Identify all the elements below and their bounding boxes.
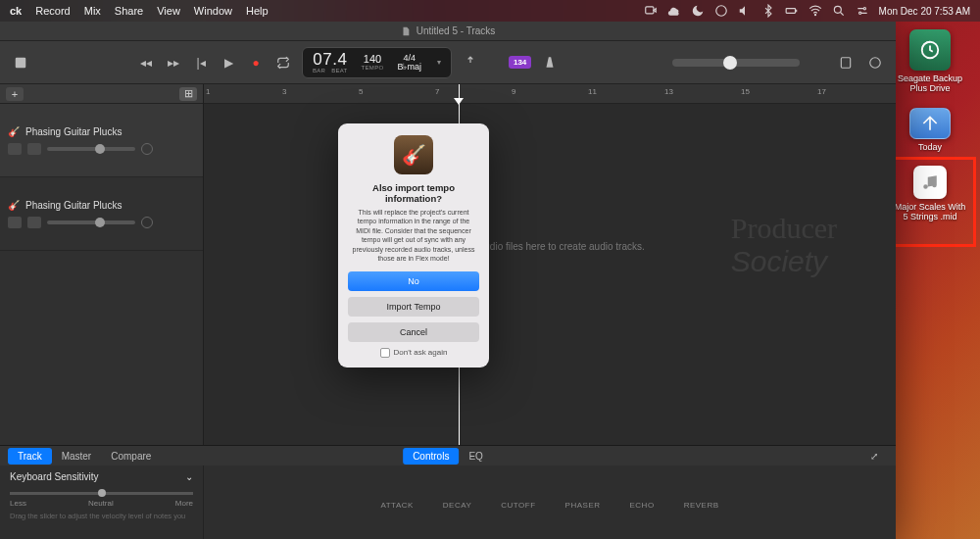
svg-rect-2: [786, 9, 795, 14]
dont-ask-label: Don't ask again: [394, 348, 448, 357]
screen-record-icon[interactable]: [644, 4, 658, 18]
ruler-mark: 3: [282, 87, 286, 96]
menu-window[interactable]: Window: [194, 5, 232, 17]
chevron-down-icon[interactable]: ▾: [437, 58, 441, 67]
checkbox-icon: [380, 348, 390, 358]
svg-point-1: [715, 6, 726, 17]
smart-controls: ATTACK DECAY CUTOFF PHASER ECHO REVERB: [204, 466, 896, 539]
tab-track[interactable]: Track: [8, 448, 52, 465]
automation-button[interactable]: [141, 217, 153, 228]
add-track-button[interactable]: +: [6, 87, 24, 101]
guitar-icon: 🎸: [8, 126, 20, 137]
midi-file-icon[interactable]: Major Scales With 5 Strings .mid: [892, 166, 968, 222]
volume-icon[interactable]: [738, 4, 752, 18]
lcd-display[interactable]: 07.4BAR BEAT 140TEMPO 4/4B♭maj ▾: [302, 47, 452, 78]
track-headers: + ⊞ 🎸Phasing Guitar Plucks 🎸Phasing Guit…: [0, 84, 204, 445]
menu-share[interactable]: Share: [115, 5, 143, 17]
notepad-button[interactable]: [835, 52, 857, 74]
knob-cutoff[interactable]: CUTOFF: [501, 501, 535, 539]
go-to-start-button[interactable]: |◂: [190, 52, 212, 74]
track-volume-slider[interactable]: [47, 220, 135, 224]
tuner-button[interactable]: [460, 52, 481, 74]
solo-button[interactable]: [27, 143, 41, 155]
menu-clock[interactable]: Mon Dec 20 7:53 AM: [879, 6, 970, 17]
tab-master[interactable]: Master: [52, 448, 102, 465]
loop-browser-button[interactable]: [864, 52, 886, 74]
track-header[interactable]: 🎸Phasing Guitar Plucks: [0, 177, 203, 251]
metronome-button[interactable]: [539, 52, 561, 74]
track-view-button[interactable]: ⊞: [179, 87, 197, 101]
menu-mix[interactable]: Mix: [84, 5, 101, 17]
menu-view[interactable]: View: [157, 5, 180, 17]
drive-icon[interactable]: Seagate Backup Plus Drive: [892, 29, 968, 94]
import-tempo-button[interactable]: Import Tempo: [348, 297, 479, 317]
arrange-area[interactable]: 1 3 5 7 9 11 13 15 17 Drag audio files h…: [204, 84, 896, 445]
tab-compare[interactable]: Compare: [101, 448, 161, 465]
timeline-ruler[interactable]: 1 3 5 7 9 11 13 15 17: [204, 84, 896, 104]
inspector-title: Keyboard Sensitivity: [10, 471, 99, 482]
svg-rect-8: [16, 57, 26, 68]
mute-button[interactable]: [8, 143, 22, 155]
bluetooth-icon[interactable]: [761, 4, 775, 18]
label-neutral: Neutral: [88, 499, 114, 508]
display-icon[interactable]: [714, 4, 728, 18]
dialog-title: Also import tempo information?: [348, 182, 479, 204]
window-titlebar[interactable]: Untitled 5 - Tracks: [0, 22, 896, 41]
menu-help[interactable]: Help: [246, 5, 269, 17]
track-name-label: Phasing Guitar Plucks: [25, 200, 122, 211]
drive-label: Seagate Backup Plus Drive: [892, 74, 968, 94]
knob-echo[interactable]: ECHO: [630, 501, 655, 539]
ruler-mark: 11: [588, 87, 597, 96]
menu-record[interactable]: Record: [35, 5, 70, 17]
time-machine-icon: [909, 29, 951, 71]
cloud-icon[interactable]: [667, 4, 681, 18]
automation-button[interactable]: [141, 143, 153, 155]
menu-app-name[interactable]: ck: [10, 5, 22, 17]
ruler-mark: 9: [512, 87, 515, 96]
desktop-icons: Seagate Backup Plus Drive Today Major Sc…: [892, 29, 968, 222]
search-icon[interactable]: [832, 4, 846, 18]
lcd-key: B♭maj: [397, 63, 421, 72]
svg-point-10: [870, 57, 881, 68]
wifi-icon[interactable]: [808, 4, 822, 18]
bottom-panel: Track Master Compare Controls EQ ⤢ Keybo…: [0, 445, 896, 539]
solo-button[interactable]: [27, 217, 41, 228]
folder-icon[interactable]: Today: [892, 108, 968, 152]
control-center-icon[interactable]: [856, 4, 869, 18]
no-button[interactable]: No: [348, 271, 479, 291]
mute-button[interactable]: [8, 217, 22, 228]
menu-right: Mon Dec 20 7:53 AM: [644, 4, 970, 18]
svg-rect-0: [645, 7, 653, 14]
guitar-icon: 🎸: [8, 200, 20, 211]
count-in-badge[interactable]: 134: [509, 56, 531, 69]
knob-attack[interactable]: ATTACK: [380, 501, 413, 539]
tab-controls[interactable]: Controls: [403, 448, 459, 465]
moon-icon[interactable]: [691, 4, 705, 18]
track-volume-slider[interactable]: [47, 147, 135, 151]
knob-phaser[interactable]: PHASER: [565, 501, 601, 539]
library-button[interactable]: [10, 52, 31, 74]
track-header[interactable]: 🎸Phasing Guitar Plucks: [0, 104, 203, 177]
knob-reverb[interactable]: REVERB: [684, 501, 719, 539]
label-more: More: [175, 499, 193, 508]
bottom-tabs: Track Master Compare Controls EQ ⤢: [0, 446, 896, 466]
forward-button[interactable]: ▸▸: [163, 52, 184, 74]
cancel-button[interactable]: Cancel: [348, 322, 479, 342]
tab-eq[interactable]: EQ: [459, 448, 492, 465]
window-title: Untitled 5 - Tracks: [416, 25, 496, 36]
rewind-button[interactable]: ◂◂: [135, 52, 157, 74]
battery-icon[interactable]: [785, 4, 799, 18]
play-button[interactable]: ▶: [218, 52, 239, 74]
dont-ask-checkbox[interactable]: Don't ask again: [348, 348, 479, 358]
chevron-down-icon[interactable]: ⌄: [185, 471, 193, 482]
svg-point-4: [834, 6, 841, 13]
master-volume-slider[interactable]: [672, 59, 800, 67]
record-button[interactable]: ●: [245, 52, 267, 74]
sensitivity-slider[interactable]: [10, 492, 193, 495]
knob-decay[interactable]: DECAY: [443, 501, 471, 539]
label-less: Less: [10, 499, 26, 508]
expand-button[interactable]: ⤢: [860, 448, 888, 465]
ruler-mark: 5: [359, 87, 363, 96]
cycle-button[interactable]: [272, 52, 294, 74]
drop-hint-text: Drag audio files here to create audio tr…: [204, 241, 896, 252]
